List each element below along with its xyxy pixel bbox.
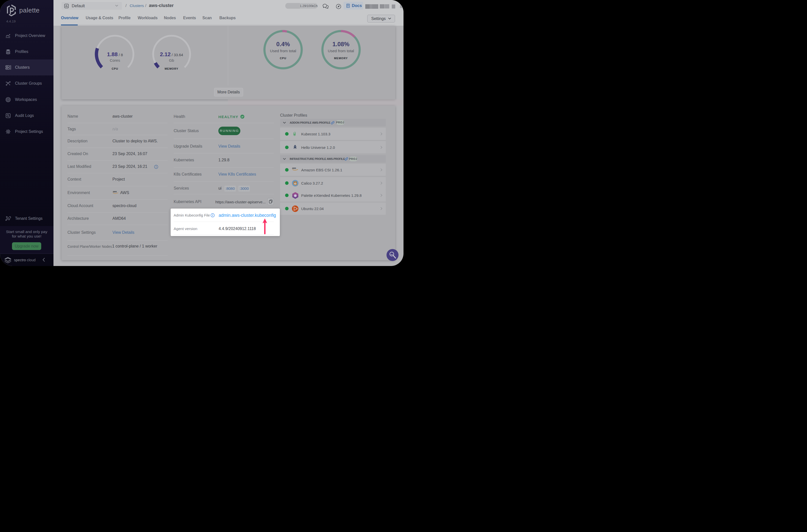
svg-text:aws: aws bbox=[292, 167, 296, 169]
svg-text:aws: aws bbox=[113, 190, 117, 193]
